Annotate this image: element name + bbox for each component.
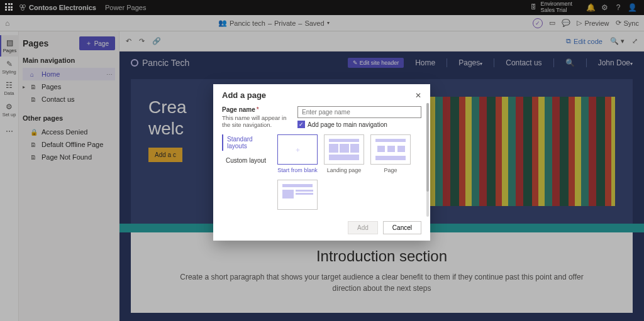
tile-blank[interactable]: ＋ Start from blank (277, 134, 318, 173)
close-button[interactable]: ✕ (415, 91, 421, 100)
tile-extra[interactable] (277, 180, 318, 210)
pagename-hint: This name will appear in the site naviga… (222, 114, 291, 128)
close-icon: ✕ (415, 91, 421, 100)
tile-landing[interactable]: Landing page (324, 134, 364, 173)
pagename-input[interactable] (297, 106, 421, 118)
plus-icon: ＋ (294, 145, 301, 155)
cancel-button[interactable]: Cancel (383, 221, 421, 234)
tile-page[interactable]: Page (370, 134, 411, 173)
required-indicator: * (257, 106, 259, 113)
modal-scrollbar[interactable] (426, 103, 429, 217)
modal-title: Add a page (222, 90, 266, 100)
checkbox-checked-icon: ✓ (297, 121, 305, 128)
pagename-label: Page name (222, 106, 255, 113)
layout-tab-custom[interactable]: Custom layout (222, 156, 272, 165)
add-button[interactable]: Add (348, 221, 378, 234)
add-page-modal: Add a page ✕ Page name* This name will a… (213, 84, 430, 241)
layout-tab-standard[interactable]: Standard layouts (222, 134, 272, 151)
add-to-nav-checkbox[interactable]: ✓ Add page to main navigation (297, 121, 421, 128)
